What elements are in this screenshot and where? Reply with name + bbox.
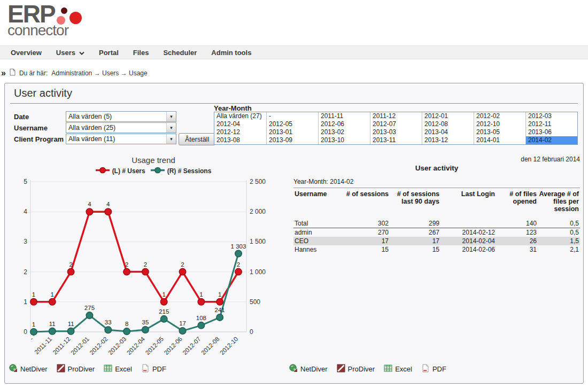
legend-label: (L) # Users (112, 167, 145, 175)
year-month-option[interactable]: 2014-02 (525, 136, 577, 144)
pdf-icon (421, 364, 430, 374)
username-filter-select[interactable]: Alla värden (25)▼ (66, 122, 176, 133)
svg-text:17: 17 (179, 320, 186, 327)
year-month-option[interactable]: 2012-11 (525, 120, 577, 128)
year-month-option[interactable]: 2012-08 (422, 120, 474, 128)
dropdown-arrow-icon[interactable]: ▼ (166, 112, 176, 121)
table-header-row: Username# of sessions# of sessions last … (293, 188, 580, 220)
nav-item-label: Scheduler (163, 49, 197, 57)
svg-text:1: 1 (163, 291, 166, 298)
export-excel-link[interactable]: Excel (384, 364, 412, 374)
year-month-option[interactable]: 2012-06 (318, 120, 370, 128)
svg-text:0: 0 (24, 328, 27, 336)
date-filter-select[interactable]: Alla värden (5)▼ (66, 111, 176, 122)
selected-value: Alla värden (11) (66, 135, 115, 143)
value-cell: 270 (343, 228, 390, 237)
svg-text:1: 1 (32, 291, 35, 298)
nav-item-scheduler[interactable]: Scheduler (163, 49, 197, 57)
value-cell: 17 (390, 237, 440, 245)
year-month-option[interactable]: 2012-01 (422, 112, 474, 120)
year-month-option[interactable]: 2013-12 (422, 136, 474, 144)
export-excel-link[interactable]: Excel (104, 364, 132, 374)
year-month-option[interactable]: 2013-04 (422, 128, 474, 136)
year-month-option[interactable]: 2013-02 (318, 128, 370, 136)
filter-row-client-program: Client ProgramAlla värden (11)▼ (14, 134, 176, 144)
svg-text:1: 1 (32, 321, 35, 328)
client-program-filter-label: Client Program (14, 135, 66, 143)
value-cell: 2,1 (538, 245, 580, 254)
export-netdiver-link[interactable]: NetDiver (289, 364, 328, 374)
year-month-option[interactable]: 2014-01 (474, 136, 525, 144)
legend-item-r-sessions: (R) # Sessions (151, 167, 212, 175)
year-month-option[interactable]: 2013-01 (266, 128, 318, 136)
filter-row-date: DateAlla värden (5)▼ (14, 111, 176, 122)
column-header-of-files-opened: # of files opened (496, 188, 538, 220)
svg-text:11: 11 (68, 321, 74, 327)
breadcrumb-path[interactable]: Administration → Users → Usage (51, 69, 147, 77)
export-pdf-link[interactable]: PDF (141, 364, 166, 374)
year-month-option[interactable]: 2012-04 (214, 120, 266, 128)
year-month-option[interactable]: 2012-03 (525, 112, 577, 120)
year-month-option[interactable]: 2011-11 (318, 112, 370, 120)
export-pdf-link[interactable]: PDF (421, 364, 446, 374)
export-label: Excel (395, 365, 412, 373)
export-prodiver-link[interactable]: ProDiver (337, 364, 375, 374)
export-label: ProDiver (68, 365, 95, 373)
year-month-option[interactable]: 2012-05 (266, 120, 318, 128)
export-netdiver-link[interactable]: NetDiver (9, 364, 48, 374)
svg-text:2: 2 (237, 261, 240, 268)
logo-dot-pink-icon (57, 16, 65, 25)
report-subtitle: Year-Month: 2014-02 (293, 178, 580, 185)
legend-label: (R) # Sessions (167, 167, 212, 175)
year-month-option[interactable]: 2013-11 (370, 136, 422, 144)
value-cell: 123 (496, 228, 538, 237)
svg-text:35: 35 (142, 319, 149, 325)
username-cell: Total (293, 219, 343, 228)
year-month-option[interactable]: 2013-10 (318, 136, 370, 144)
svg-text:2: 2 (125, 261, 128, 268)
svg-text:33: 33 (105, 319, 112, 325)
reset-button[interactable]: Återställ (179, 133, 215, 145)
nav-item-admin-tools[interactable]: Admin tools (211, 49, 251, 57)
year-month-option[interactable]: 2013-03 (370, 128, 422, 136)
excel-icon (104, 364, 112, 374)
year-month-option[interactable]: - (266, 112, 318, 120)
year-month-option[interactable]: Alla värden (27) (214, 112, 266, 120)
year-month-option[interactable]: 2012-07 (370, 120, 422, 128)
year-month-option[interactable]: 2012-12 (214, 128, 266, 136)
selected-value: Alla värden (25) (66, 124, 115, 131)
year-month-option[interactable]: 2013-06 (525, 128, 577, 136)
value-cell: 17 (343, 237, 390, 245)
export-links-chart: NetDiverProDiverExcelPDF (9, 363, 166, 374)
nav-item-overview[interactable]: Overview (11, 49, 42, 57)
value-cell: 0,5 (538, 228, 580, 237)
svg-text:0: 0 (250, 328, 253, 336)
logo-dot-dark-icon (61, 7, 67, 14)
table-row: CEO17172014-02-04261,5 (293, 237, 580, 245)
svg-text:500: 500 (250, 298, 260, 306)
year-month-option[interactable]: 2013-05 (474, 128, 525, 136)
svg-text:215: 215 (159, 308, 169, 315)
username-filter-label: Username (14, 124, 66, 132)
column-header-of-sessions: # of sessions (343, 188, 390, 220)
nav-item-portal[interactable]: Portal (99, 49, 119, 57)
year-month-option[interactable]: 2012-10 (474, 120, 525, 128)
year-month-option[interactable]: 2011-12 (370, 112, 422, 120)
value-cell: 267 (390, 228, 440, 237)
client-program-filter-select[interactable]: Alla värden (11)▼ (66, 134, 176, 144)
prodiver-icon (57, 364, 65, 374)
year-month-option[interactable]: 2012-02 (474, 112, 525, 120)
svg-text:2012-06: 2012-06 (163, 336, 183, 356)
year-month-listbox[interactable]: Alla värden (27)-2011-112011-122012-0120… (214, 112, 578, 145)
nav-item-files[interactable]: Files (133, 49, 149, 57)
dropdown-arrow-icon[interactable]: ▼ (166, 134, 176, 144)
dropdown-arrow-icon[interactable]: ▼ (166, 123, 176, 133)
column-header-last-login: Last Login (440, 188, 496, 220)
excel-icon (384, 364, 392, 374)
year-month-option[interactable]: 2013-09 (266, 136, 318, 144)
export-prodiver-link[interactable]: ProDiver (57, 364, 95, 374)
nav-item-users[interactable]: Users (56, 49, 84, 57)
year-month-option[interactable]: 2013-08 (214, 136, 266, 144)
nav-item-label: Admin tools (211, 49, 251, 57)
filter-row-username: UsernameAlla värden (25)▼ (14, 122, 176, 133)
